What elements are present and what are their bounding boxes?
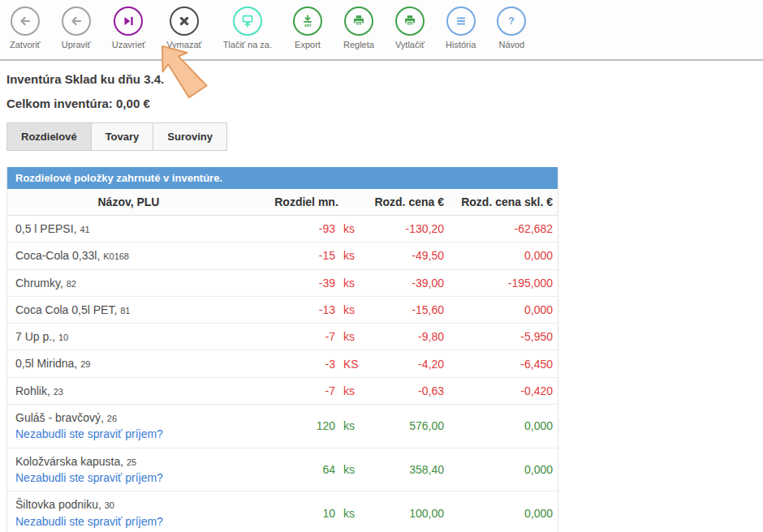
toolbar-button-zatvori[interactable]: Zatvoriť — [10, 6, 41, 49]
item-name: 0,5 l PEPSI, 41 — [15, 221, 250, 237]
qty-unit: ks — [335, 277, 363, 290]
item-name-cell: Coca Cola 0,5l PET, 81 — [7, 302, 250, 318]
table-row: Coca Cola 0,5l PET, 81-13ks-15,600,000 — [7, 296, 558, 323]
toolbar-button-label: Uzavrieť — [112, 40, 145, 49]
price-value: -0,63 — [363, 384, 444, 397]
item-name-cell: 0,5l Miridna, 29 — [7, 355, 250, 371]
qty-unit: KS — [335, 358, 363, 371]
toolbar-button-export[interactable]: xmlExport — [293, 6, 322, 49]
tab-rozdielov[interactable]: Rozdielové — [6, 122, 92, 151]
qty-value: 120 — [250, 419, 335, 432]
qty-value: -7 — [250, 384, 335, 397]
toolbar-button-upravi[interactable]: Upraviť — [62, 6, 91, 49]
question-icon: ? — [497, 6, 526, 36]
tab-tovary[interactable]: Tovary — [91, 122, 154, 151]
toolbar-button-n-vod[interactable]: ?Návod — [497, 6, 526, 49]
qty-value: -3 — [250, 358, 335, 371]
missing-income-link[interactable]: Nezabudli ste spraviť príjem? — [15, 426, 250, 442]
column-header-price: Rozd. cena € — [363, 195, 444, 208]
price-skl-value: 0,000 — [444, 249, 558, 262]
qty-value: 64 — [250, 463, 335, 476]
printer-icon — [395, 6, 425, 36]
table-row: Koložvárska kapusta, 25Nezabudli ste spr… — [7, 448, 558, 491]
item-name: Guláš - bravčový, 26 — [15, 410, 250, 426]
price-value: -130,20 — [363, 222, 444, 235]
tab-bar: RozdielovéTovarySuroviny — [6, 122, 763, 151]
item-plu: 81 — [120, 306, 130, 315]
column-header-price-skl: Rozd. cena skl. € — [444, 195, 558, 208]
toolbar-button-label: Zatvoriť — [10, 40, 41, 49]
item-name-cell: Chrumky, 82 — [7, 275, 250, 291]
toolbar-button-hist-ria[interactable]: História — [446, 6, 476, 49]
column-header-name: Názov, PLU — [7, 195, 250, 208]
price-skl-value: -6,450 — [444, 358, 558, 371]
column-header-qty: Rozdiel mn. — [250, 195, 363, 208]
price-value: -49,50 — [363, 249, 444, 262]
item-plu: 23 — [54, 387, 63, 397]
toolbar-button-label: Tlačiť na za. — [223, 40, 272, 49]
table-row: Guláš - bravčový, 26Nezabudli ste spravi… — [7, 404, 558, 448]
item-plu: 26 — [107, 414, 117, 423]
qty-unit: ks — [335, 507, 363, 520]
toolbar-button-uzavrie[interactable]: Uzavrieť — [112, 6, 145, 49]
table-row: Coca-Cola 0,33l, K0168-15ks-49,500,000 — [7, 242, 558, 268]
table-caption: Rozdielové položky zahrnuté v inventúre. — [7, 167, 558, 189]
table-header-row: Názov, PLU Rozdiel mn. Rozd. cena € Rozd… — [7, 189, 558, 216]
item-name-cell: Guláš - bravčový, 26Nezabudli ste spravi… — [7, 410, 250, 443]
toolbar-button-label: História — [446, 40, 476, 49]
skip-end-icon — [114, 6, 143, 36]
svg-text:?: ? — [509, 15, 515, 27]
toolbar-button-label: Vymazať — [166, 40, 201, 49]
price-value: 358,40 — [363, 463, 444, 476]
page-title: Inventúra Sklad ku dňu 3.4. — [6, 72, 763, 86]
price-value: -39,00 — [363, 277, 444, 290]
item-name-cell: 7 Up p., 10 — [7, 328, 250, 345]
price-value: -4,20 — [363, 358, 444, 371]
main-content: Inventúra Sklad ku dňu 3.4. Celkom inven… — [0, 61, 763, 532]
arrow-left-icon — [62, 6, 91, 36]
item-plu: K0168 — [103, 251, 129, 261]
price-value: -9,80 — [363, 330, 444, 343]
price-skl-value: 0,000 — [444, 303, 558, 316]
price-skl-value: -62,682 — [444, 222, 558, 235]
printer-icon — [344, 6, 373, 36]
arrow-left-icon — [11, 6, 40, 36]
price-skl-value: -0,420 — [444, 384, 558, 397]
tab-suroviny[interactable]: Suroviny — [153, 122, 227, 151]
toolbar-button-label: Regleta — [343, 40, 374, 49]
toolbar-button-label: Vytlačiť — [395, 40, 425, 49]
item-name-cell: Koložvárska kapusta, 25Nezabudli ste spr… — [7, 453, 250, 487]
qty-value: 10 — [250, 507, 335, 520]
toolbar-button-vymaza[interactable]: Vymazať — [166, 6, 201, 49]
toolbar-button-label: Upraviť — [62, 40, 91, 49]
missing-income-link[interactable]: Nezabudli ste spraviť príjem? — [15, 513, 250, 530]
qty-unit: ks — [335, 384, 363, 397]
item-name-cell: Šiltovka podniku, 30Nezabudli ste spravi… — [7, 496, 250, 530]
qty-unit: ks — [335, 222, 363, 235]
table-row: 0,5l Miridna, 29-3KS-4,20-6,450 — [7, 350, 558, 376]
inventory-table: Rozdielové položky zahrnuté v inventúre.… — [6, 167, 558, 532]
qty-value: -13 — [250, 303, 335, 316]
price-value: -15,60 — [363, 303, 444, 316]
qty-unit: ks — [335, 303, 363, 316]
qty-unit: ks — [335, 249, 363, 262]
qty-unit: ks — [335, 330, 363, 343]
price-value: 576,00 — [363, 419, 444, 432]
toolbar-button-label: Návod — [498, 40, 524, 49]
item-plu: 30 — [105, 500, 114, 510]
item-name: Šiltovka podniku, 30 — [15, 496, 250, 513]
qty-value: -7 — [250, 330, 335, 343]
table-row: 7 Up p., 10-7ks-9,80-5,950 — [7, 323, 558, 350]
price-skl-value: 0,000 — [444, 419, 558, 432]
toolbar-button-label: Export — [295, 40, 321, 49]
item-name-cell: Rohlik, 23 — [7, 383, 250, 399]
table-row: 0,5 l PEPSI, 41-93ks-130,20-62,682 — [7, 216, 558, 242]
inventory-total: Celkom inventúra: 0,00 € — [6, 97, 763, 110]
toolbar-button-vytla-i[interactable]: Vytlačiť — [395, 6, 425, 49]
qty-unit: ks — [335, 463, 363, 476]
item-name-cell: 0,5 l PEPSI, 41 — [7, 221, 250, 237]
missing-income-link[interactable]: Nezabudli ste spraviť príjem? — [15, 470, 250, 486]
toolbar-button-regleta[interactable]: Regleta — [343, 6, 374, 49]
toolbar-button-tla-i-na-za[interactable]: Tlačiť na za. — [223, 6, 272, 49]
screen-up-icon — [233, 6, 262, 36]
